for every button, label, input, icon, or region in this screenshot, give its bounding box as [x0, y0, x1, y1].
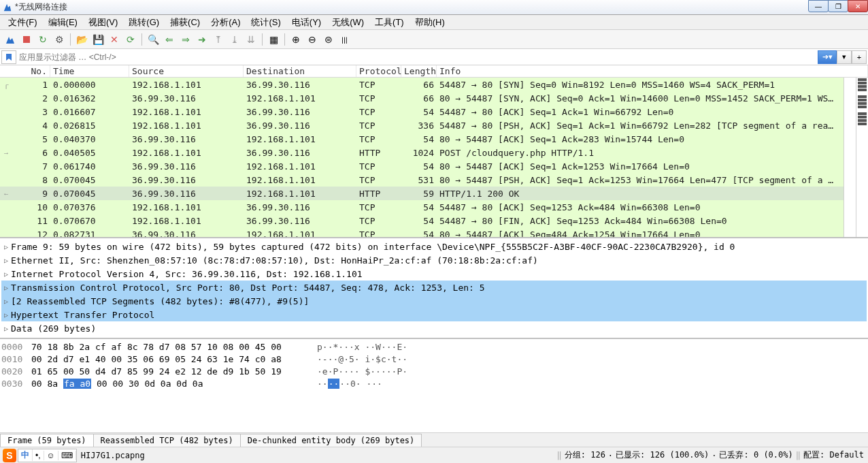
minimize-button[interactable]: — [808, 0, 829, 12]
ime-punct[interactable]: •, [33, 451, 44, 460]
menu-telephony[interactable]: 电话(Y) [286, 15, 327, 30]
ime-keyboard[interactable]: ⌨ [59, 451, 76, 460]
tab-reassembled-tcp[interactable]: Reassembled TCP (482 bytes) [93, 434, 241, 447]
display-filter-input[interactable] [16, 51, 818, 63]
apply-filter-button[interactable]: ➔▾ [818, 50, 837, 64]
hex-row[interactable]: 000070 18 8b 2a cf af 8c 78 d7 08 57 10 … [1, 342, 867, 354]
ime-toolbar[interactable]: 中 •, ☺ ⌨ [18, 449, 77, 462]
go-last-icon[interactable]: ⤓ [227, 32, 242, 47]
packet-row[interactable]: 60.040505192.168.1.10136.99.30.116HTTP10… [0, 146, 868, 159]
capture-options-icon[interactable]: ⚙ [52, 32, 67, 47]
cell-protocol: TCP [356, 175, 401, 185]
menu-wireless[interactable]: 无线(W) [327, 15, 369, 30]
detail-text: Transmission Control Protocol, Src Port:… [11, 283, 485, 293]
cell-source: 192.168.1.101 [129, 80, 244, 90]
ime-zhong[interactable]: 中 [18, 449, 33, 461]
detail-tree-item[interactable]: ▷Ethernet II, Src: Shenzhen_08:57:10 (8c… [1, 253, 867, 267]
expand-icon[interactable]: ▷ [1, 284, 11, 291]
ime-sogou-icon[interactable]: S [3, 449, 16, 462]
menu-edit[interactable]: 编辑(E) [43, 15, 83, 30]
detail-tree-item[interactable]: ▷Hypertext Transfer Protocol [1, 308, 867, 321]
menu-go[interactable]: 跳转(G) [123, 15, 165, 30]
packet-details-pane[interactable]: ▷Frame 9: 59 bytes on wire (472 bits), 5… [0, 238, 868, 339]
restart-capture-icon[interactable]: ↻ [35, 32, 50, 47]
expand-icon[interactable]: ▷ [1, 325, 11, 332]
expand-icon[interactable]: ▷ [1, 298, 11, 305]
close-file-icon[interactable]: ✕ [107, 32, 122, 47]
menu-tools[interactable]: 工具(T) [369, 15, 410, 30]
tab-dechunked-body[interactable]: De-chunked entity body (269 bytes) [240, 434, 422, 447]
col-length[interactable]: Length [401, 65, 437, 77]
hex-row[interactable]: 003000 8a fa a0 00 00 30 0d 0a 0d 0a····… [1, 379, 867, 391]
zoom-in-icon[interactable]: ⊕ [288, 32, 303, 47]
packet-row[interactable]: 30.016607192.168.1.10136.99.30.116TCP545… [0, 105, 868, 118]
packet-row[interactable]: 90.07004536.99.30.116192.168.1.101HTTP59… [0, 187, 868, 200]
detail-tree-item[interactable]: ▷[2 Reassembled TCP Segments (482 bytes)… [1, 294, 867, 308]
packet-row[interactable]: 40.026815192.168.1.10136.99.30.116TCP336… [0, 118, 868, 132]
open-file-icon[interactable]: 📂 [74, 32, 89, 47]
expand-icon[interactable]: ▷ [1, 243, 11, 251]
col-protocol[interactable]: Protocol [356, 65, 401, 77]
expand-icon[interactable]: ▷ [1, 311, 11, 319]
save-file-icon[interactable]: 💾 [90, 32, 105, 47]
zoom-reset-icon[interactable]: ⊜ [321, 32, 336, 47]
col-no[interactable]: No. [0, 65, 50, 77]
stop-capture-icon[interactable] [19, 32, 34, 47]
packet-row[interactable]: 10.000000192.168.1.10136.99.30.116TCP665… [0, 78, 868, 91]
hex-row[interactable]: 002001 65 00 50 d4 d7 85 99 24 e2 12 de … [1, 366, 867, 379]
intelligent-scrollbar-minimap[interactable] [856, 78, 868, 237]
packet-row[interactable]: 70.06174036.99.30.116192.168.1.101TCP548… [0, 159, 868, 173]
go-forward-icon[interactable]: ⇒ [178, 32, 193, 47]
cell-source: 36.99.30.116 [129, 175, 244, 185]
packet-row[interactable]: 20.01636236.99.30.116192.168.1.101TCP668… [0, 91, 868, 105]
packet-row[interactable]: 110.070670192.168.1.10136.99.30.116TCP54… [0, 214, 868, 227]
packet-row[interactable]: 120.08273136.99.30.116192.168.1.101TCP54… [0, 227, 868, 237]
cell-source: 192.168.1.101 [129, 202, 244, 212]
resize-columns-icon[interactable]: ⫼ [337, 32, 352, 47]
start-capture-icon[interactable] [3, 32, 18, 47]
cell-time: 0.061740 [50, 161, 129, 172]
menu-analyze[interactable]: 分析(A) [205, 15, 246, 30]
find-icon[interactable]: 🔍 [146, 32, 161, 47]
go-back-icon[interactable]: ⇐ [162, 32, 177, 47]
close-button[interactable]: ✕ [848, 0, 868, 12]
tab-frame-bytes[interactable]: Frame (59 bytes) [0, 434, 94, 447]
packet-row[interactable]: 100.070376192.168.1.10136.99.30.116TCP54… [0, 200, 868, 214]
ime-emoji[interactable]: ☺ [44, 451, 59, 460]
hex-row[interactable]: 001000 2d d7 e1 40 00 35 06 69 05 24 63 … [1, 354, 867, 366]
col-info[interactable]: Info [437, 65, 868, 77]
packet-row[interactable]: 50.04037036.99.30.116192.168.1.101TCP548… [0, 132, 868, 146]
reload-icon[interactable]: ⟳ [123, 32, 138, 47]
zoom-out-icon[interactable]: ⊖ [305, 32, 320, 47]
detail-tree-item[interactable]: ▷Internet Protocol Version 4, Src: 36.99… [1, 267, 867, 281]
filter-history-button[interactable]: ▾ [837, 50, 852, 64]
go-first-icon[interactable]: ⤒ [211, 32, 226, 47]
menu-file[interactable]: 文件(F) [3, 15, 43, 30]
hex-offset: 0030 [1, 379, 31, 391]
packet-row[interactable]: 80.07004536.99.30.116192.168.1.101TCP531… [0, 173, 868, 187]
auto-scroll-icon[interactable]: ⇊ [244, 32, 258, 47]
detail-tree-item[interactable]: ▷Frame 9: 59 bytes on wire (472 bits), 5… [1, 240, 867, 253]
cell-protocol: TCP [356, 229, 401, 238]
menu-statistics[interactable]: 统计(S) [246, 15, 286, 30]
packet-bytes-pane[interactable]: 000070 18 8b 2a cf af 8c 78 d7 08 57 10 … [0, 339, 868, 432]
detail-tree-item[interactable]: ▷Data (269 bytes) [1, 321, 867, 335]
go-to-packet-icon[interactable]: ➜ [195, 32, 210, 47]
col-destination[interactable]: Destination [244, 65, 356, 77]
menu-help[interactable]: 帮助(H) [410, 15, 450, 30]
add-filter-button[interactable]: + [852, 50, 867, 64]
col-source[interactable]: Source [129, 65, 244, 77]
intelligent-scrollbar-delta[interactable] [844, 78, 856, 237]
maximize-button[interactable]: ❐ [828, 0, 848, 12]
menu-view[interactable]: 视图(V) [83, 15, 123, 30]
menu-capture[interactable]: 捕获(C) [165, 15, 205, 30]
expand-icon[interactable]: ▷ [1, 257, 11, 264]
expand-icon[interactable]: ▷ [1, 270, 11, 278]
colorize-icon[interactable]: ▦ [266, 32, 281, 47]
bookmark-filter-icon[interactable] [1, 50, 16, 64]
packet-list-body[interactable]: ┌10.000000192.168.1.10136.99.30.116TCP66… [0, 78, 868, 237]
cell-no: 2 [0, 93, 50, 103]
col-time[interactable]: Time [50, 65, 129, 77]
detail-tree-item[interactable]: ▷Transmission Control Protocol, Src Port… [1, 281, 867, 294]
cell-time: 0.016362 [50, 93, 129, 103]
